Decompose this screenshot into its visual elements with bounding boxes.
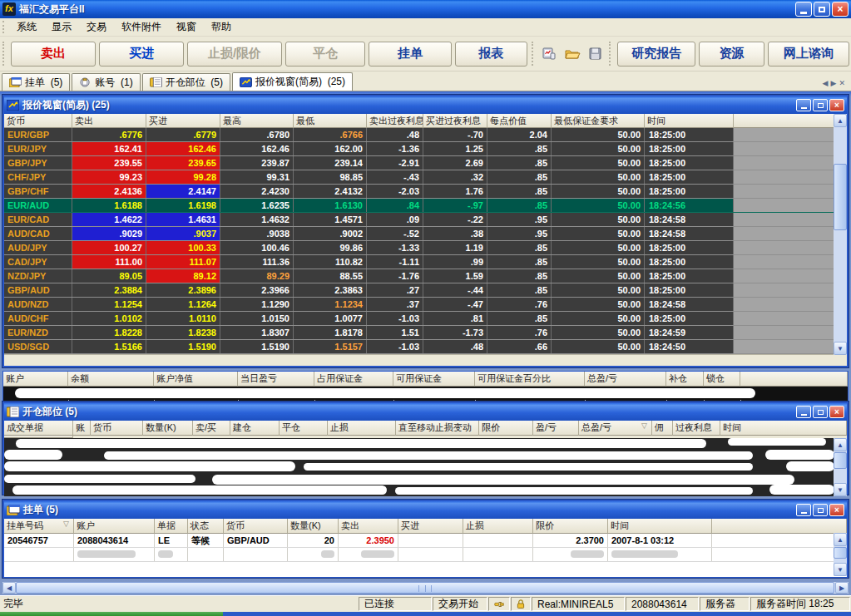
account-column-header-0[interactable]: 账户 (3, 372, 68, 387)
positions-column-header-14[interactable]: 时间 (720, 421, 847, 436)
positions-column-header-8[interactable]: 直至移动止损变动 (396, 421, 479, 436)
quote-column-header-6[interactable]: 买进过夜利息 (423, 114, 487, 128)
tab-accounts[interactable]: 账号 (1) (72, 73, 140, 91)
tab-quote-view[interactable]: 报价视窗(简易) (25) (232, 72, 353, 91)
menu-item-2[interactable]: 交易 (79, 17, 114, 37)
tab-scroll-controls[interactable]: ◀▶✕ (823, 79, 848, 87)
tab-positions[interactable]: 开仓部位 (5) (142, 73, 230, 91)
tab-orders[interactable]: 挂单 (5) (2, 73, 70, 91)
account-column-header-6[interactable]: 可用保证金百分比 (475, 372, 585, 387)
monitor-chart-icon[interactable] (540, 45, 558, 63)
positions-minimize-button[interactable] (796, 406, 811, 418)
quote-scroll-up-button[interactable]: ▲ (834, 114, 847, 127)
quote-row-CAD-JPY[interactable]: CAD/JPY111.00111.07111.36110.82-1.11.99.… (4, 255, 847, 269)
orders-column-header-5[interactable]: 数量(K) (288, 519, 339, 534)
quote-column-header-3[interactable]: 最高 (220, 114, 294, 128)
orders-column-header-6[interactable]: 卖出 (339, 519, 398, 534)
orders-column-header-7[interactable]: 买进 (398, 519, 463, 534)
hscroll-right-button[interactable]: ▶ (835, 582, 849, 594)
account-column-header-4[interactable]: 占用保证金 (314, 372, 393, 387)
orders-close-button[interactable]: × (829, 504, 844, 516)
quote-maximize-button[interactable] (813, 99, 828, 111)
quote-row-EUR-AUD[interactable]: EUR/AUD1.61881.61981.62351.6130.84-.97.8… (4, 199, 847, 213)
restore-button[interactable] (814, 2, 830, 17)
orders-column-header-8[interactable]: 止损 (463, 519, 533, 534)
positions-close-button[interactable]: × (829, 406, 844, 418)
positions-column-header-5[interactable]: 建仓 (230, 421, 280, 436)
quote-close-button[interactable]: × (829, 99, 844, 111)
positions-column-header-12[interactable]: 佣 (652, 421, 673, 436)
quote-column-header-5[interactable]: 卖出过夜利息 (367, 114, 423, 128)
quote-scroll-down-button[interactable]: ▼ (834, 342, 847, 355)
positions-column-header-10[interactable]: 盈/亏 (533, 421, 579, 436)
minimize-button[interactable] (795, 2, 812, 17)
quote-row-EUR-GBP[interactable]: EUR/GBP.6776.6779.6780.6766.48-.702.0450… (4, 128, 847, 142)
orders-scroll-thumb[interactable] (834, 547, 847, 559)
positions-vertical-scrollbar[interactable]: ▲ ▼ (834, 438, 847, 496)
positions-column-header-7[interactable]: 止损 (328, 421, 396, 436)
quote-column-header-1[interactable]: 卖出 (72, 114, 146, 128)
quote-column-header-4[interactable]: 最低 (294, 114, 367, 128)
quote-row-CHF-JPY[interactable]: CHF/JPY99.2399.2899.3198.85-.43.32.8550.… (4, 170, 847, 185)
positions-column-header-4[interactable]: 卖/买 (193, 421, 230, 436)
open-folder-icon[interactable] (563, 45, 581, 63)
quote-column-header-0[interactable]: 货币 (4, 114, 72, 128)
positions-column-header-1[interactable]: 账 (73, 421, 91, 436)
quote-row-AUD-NZD[interactable]: AUD/NZD1.12541.12641.12901.1234.37-.47.7… (4, 298, 847, 312)
quote-row-AUD-CAD[interactable]: AUD/CAD.9029.9037.9038.9002-.52.38.9550.… (4, 227, 847, 241)
positions-scroll-thumb[interactable] (834, 452, 847, 469)
orders-column-header-10[interactable]: 时间 (608, 519, 712, 534)
hscroll-left-button[interactable]: ◀ (2, 582, 16, 594)
orders-row-20546757[interactable]: 205467572088043614LE等候GBP/AUD202.39502.3… (4, 534, 847, 548)
account-column-header-3[interactable]: 当日盈亏 (238, 372, 314, 387)
quote-row-EUR-NZD[interactable]: EUR/NZD1.82281.82381.83071.81781.51-1.73… (4, 326, 847, 340)
positions-column-header-9[interactable]: 限价 (479, 421, 533, 436)
orders-column-header-4[interactable]: 货币 (224, 519, 288, 534)
orders-column-header-9[interactable]: 限价 (533, 519, 608, 534)
positions-scroll-down-button[interactable]: ▼ (834, 483, 847, 496)
close-position-button[interactable]: 平仓 (285, 42, 365, 67)
orders-row-redacted[interactable] (4, 548, 847, 562)
quote-row-EUR-JPY[interactable]: EUR/JPY162.41162.46162.46162.00-1.361.25… (4, 142, 847, 156)
orders-column-header-0[interactable]: 挂单号码▽ (4, 519, 74, 534)
resources-button[interactable]: 资源 (699, 42, 764, 67)
quote-column-header-2[interactable]: 买进 (146, 114, 220, 128)
account-column-header-1[interactable]: 余额 (68, 372, 154, 387)
positions-column-header-6[interactable]: 平仓 (280, 421, 328, 436)
online-consult-button[interactable]: 网上谘询 (768, 42, 849, 67)
positions-column-header-11[interactable]: 总盈/亏▽ (579, 421, 652, 436)
close-button[interactable]: × (832, 2, 849, 17)
orders-column-header-3[interactable]: 状态 (188, 519, 224, 534)
menu-item-4[interactable]: 视窗 (169, 17, 204, 37)
orders-scroll-down-button[interactable]: ▼ (834, 563, 847, 576)
quote-column-header-7[interactable]: 每点价值 (487, 114, 552, 128)
menu-item-3[interactable]: 软件附件 (114, 17, 169, 37)
quote-minimize-button[interactable] (796, 99, 811, 111)
orders-minimize-button[interactable] (796, 504, 811, 516)
quote-column-header-9[interactable]: 时间 (645, 114, 734, 128)
menu-item-5[interactable]: 帮助 (204, 17, 239, 37)
menu-item-0[interactable]: 系统 (9, 17, 44, 37)
positions-scroll-up-button[interactable]: ▲ (834, 438, 847, 451)
account-column-header-5[interactable]: 可用保证金 (393, 372, 475, 387)
quote-column-header-8[interactable]: 最低保证金要求 (552, 114, 645, 128)
positions-column-header-3[interactable]: 数量(K) (143, 421, 193, 436)
stop-limit-button[interactable]: 止损/限价 (187, 42, 282, 67)
orders-maximize-button[interactable] (813, 504, 828, 516)
quote-row-AUD-JPY[interactable]: AUD/JPY100.27100.33100.4699.86-1.331.19.… (4, 241, 847, 255)
orders-column-header-2[interactable]: 单据 (155, 519, 188, 534)
positions-column-header-2[interactable]: 货币 (91, 421, 143, 436)
quote-row-EUR-CAD[interactable]: EUR/CAD1.46221.46311.46321.4571.09-.22.9… (4, 213, 847, 227)
quote-row-GBP-CHF[interactable]: GBP/CHF2.41362.41472.42302.4132-2.031.76… (4, 185, 847, 199)
account-column-header-8[interactable]: 补仓 (666, 372, 704, 387)
orders-scroll-up-button[interactable]: ▲ (834, 533, 847, 546)
quote-row-GBP-AUD[interactable]: GBP/AUD2.38842.38962.39662.3863.27-.44.8… (4, 283, 847, 298)
entry-order-button[interactable]: 挂单 (369, 42, 452, 67)
account-data-row[interactable] (3, 387, 848, 400)
quote-row-AUD-CHF[interactable]: AUD/CHF1.01021.01101.01501.0077-1.03.81.… (4, 312, 847, 326)
research-report-button[interactable]: 研究报告 (617, 42, 695, 67)
orders-vertical-scrollbar[interactable]: ▲ ▼ (834, 533, 847, 576)
sell-button[interactable]: 卖出 (11, 42, 96, 67)
buy-button[interactable]: 买进 (99, 42, 184, 67)
quote-row-NZD-JPY[interactable]: NZD/JPY89.0589.1289.2988.55-1.761.59.855… (4, 269, 847, 283)
